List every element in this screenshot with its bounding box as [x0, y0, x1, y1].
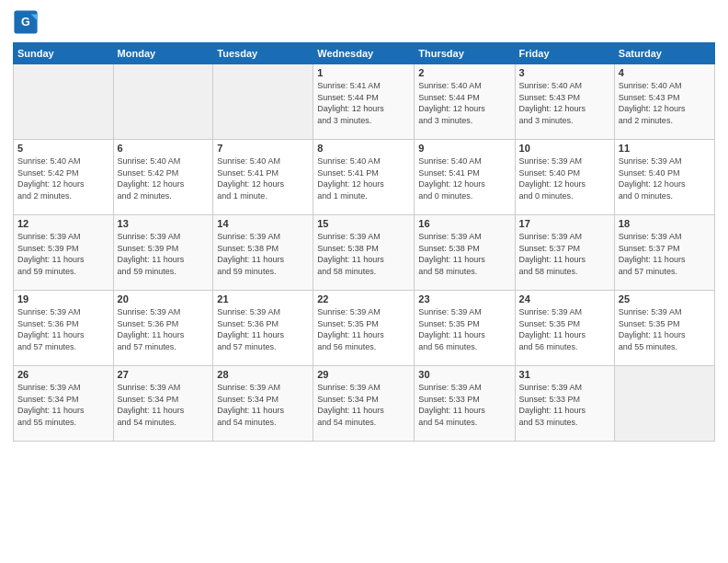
day-info: Sunrise: 5:39 AM Sunset: 5:33 PM Dayligh… — [418, 382, 510, 428]
calendar-cell: 18Sunrise: 5:39 AM Sunset: 5:37 PM Dayli… — [614, 215, 714, 291]
day-number: 27 — [118, 369, 210, 380]
day-number: 30 — [418, 369, 510, 380]
day-info: Sunrise: 5:40 AM Sunset: 5:41 PM Dayligh… — [418, 155, 510, 201]
calendar-cell — [213, 64, 313, 140]
day-info: Sunrise: 5:39 AM Sunset: 5:35 PM Dayligh… — [619, 306, 711, 352]
day-info: Sunrise: 5:39 AM Sunset: 5:35 PM Dayligh… — [317, 306, 410, 352]
calendar-cell: 11Sunrise: 5:39 AM Sunset: 5:40 PM Dayli… — [614, 140, 714, 215]
day-info: Sunrise: 5:39 AM Sunset: 5:34 PM Dayligh… — [118, 382, 210, 428]
calendar-cell: 27Sunrise: 5:39 AM Sunset: 5:34 PM Dayli… — [113, 366, 213, 442]
day-number: 3 — [519, 67, 610, 78]
calendar-week-4: 19Sunrise: 5:39 AM Sunset: 5:36 PM Dayli… — [14, 291, 715, 366]
calendar-cell: 10Sunrise: 5:39 AM Sunset: 5:40 PM Dayli… — [515, 140, 614, 215]
calendar-cell: 24Sunrise: 5:39 AM Sunset: 5:35 PM Dayli… — [515, 291, 614, 366]
calendar-cell: 19Sunrise: 5:39 AM Sunset: 5:36 PM Dayli… — [14, 291, 114, 366]
page-container: G SundayMondayTuesdayWednesdayThursdayFr… — [0, 0, 728, 449]
calendar-cell: 13Sunrise: 5:39 AM Sunset: 5:39 PM Dayli… — [113, 215, 213, 291]
calendar-cell: 5Sunrise: 5:40 AM Sunset: 5:42 PM Daylig… — [14, 140, 114, 215]
day-number: 10 — [519, 143, 610, 154]
calendar-cell: 16Sunrise: 5:39 AM Sunset: 5:38 PM Dayli… — [415, 215, 515, 291]
day-info: Sunrise: 5:39 AM Sunset: 5:40 PM Dayligh… — [619, 155, 711, 201]
day-number: 29 — [317, 369, 410, 380]
day-info: Sunrise: 5:39 AM Sunset: 5:36 PM Dayligh… — [217, 306, 309, 352]
calendar-cell: 23Sunrise: 5:39 AM Sunset: 5:35 PM Dayli… — [415, 291, 515, 366]
calendar-cell: 15Sunrise: 5:39 AM Sunset: 5:38 PM Dayli… — [313, 215, 415, 291]
day-info: Sunrise: 5:39 AM Sunset: 5:38 PM Dayligh… — [217, 231, 309, 277]
weekday-header-wednesday: Wednesday — [313, 43, 415, 64]
day-info: Sunrise: 5:39 AM Sunset: 5:40 PM Dayligh… — [519, 155, 610, 201]
calendar-cell: 8Sunrise: 5:40 AM Sunset: 5:41 PM Daylig… — [313, 140, 415, 215]
day-number: 26 — [17, 369, 109, 380]
day-info: Sunrise: 5:39 AM Sunset: 5:37 PM Dayligh… — [619, 231, 711, 277]
day-number: 31 — [519, 369, 610, 380]
day-number: 18 — [619, 218, 711, 229]
calendar-cell: 21Sunrise: 5:39 AM Sunset: 5:36 PM Dayli… — [213, 291, 313, 366]
day-info: Sunrise: 5:39 AM Sunset: 5:36 PM Dayligh… — [118, 306, 210, 352]
day-info: Sunrise: 5:40 AM Sunset: 5:44 PM Dayligh… — [418, 80, 510, 126]
day-info: Sunrise: 5:39 AM Sunset: 5:34 PM Dayligh… — [17, 382, 109, 428]
day-info: Sunrise: 5:39 AM Sunset: 5:37 PM Dayligh… — [519, 231, 610, 277]
day-info: Sunrise: 5:39 AM Sunset: 5:35 PM Dayligh… — [418, 306, 510, 352]
day-info: Sunrise: 5:39 AM Sunset: 5:38 PM Dayligh… — [418, 231, 510, 277]
calendar-cell: 7Sunrise: 5:40 AM Sunset: 5:41 PM Daylig… — [213, 140, 313, 215]
weekday-header-monday: Monday — [113, 43, 213, 64]
calendar-cell: 22Sunrise: 5:39 AM Sunset: 5:35 PM Dayli… — [313, 291, 415, 366]
calendar-cell: 14Sunrise: 5:39 AM Sunset: 5:38 PM Dayli… — [213, 215, 313, 291]
weekday-header-tuesday: Tuesday — [213, 43, 313, 64]
day-number: 2 — [418, 67, 510, 78]
day-number: 24 — [519, 293, 610, 304]
day-number: 14 — [217, 218, 309, 229]
day-number: 11 — [619, 143, 711, 154]
day-info: Sunrise: 5:39 AM Sunset: 5:39 PM Dayligh… — [118, 231, 210, 277]
calendar-cell: 25Sunrise: 5:39 AM Sunset: 5:35 PM Dayli… — [614, 291, 714, 366]
weekday-header-friday: Friday — [515, 43, 614, 64]
day-info: Sunrise: 5:39 AM Sunset: 5:34 PM Dayligh… — [217, 382, 309, 428]
weekday-header-saturday: Saturday — [614, 43, 714, 64]
day-number: 21 — [217, 293, 309, 304]
day-info: Sunrise: 5:40 AM Sunset: 5:42 PM Dayligh… — [17, 155, 109, 201]
day-number: 13 — [118, 218, 210, 229]
calendar-week-3: 12Sunrise: 5:39 AM Sunset: 5:39 PM Dayli… — [14, 215, 715, 291]
day-info: Sunrise: 5:39 AM Sunset: 5:34 PM Dayligh… — [317, 382, 410, 428]
day-number: 8 — [317, 143, 410, 154]
day-info: Sunrise: 5:40 AM Sunset: 5:41 PM Dayligh… — [217, 155, 309, 201]
day-info: Sunrise: 5:39 AM Sunset: 5:36 PM Dayligh… — [17, 306, 109, 352]
day-number: 12 — [17, 218, 109, 229]
calendar-cell: 30Sunrise: 5:39 AM Sunset: 5:33 PM Dayli… — [415, 366, 515, 442]
day-number: 28 — [217, 369, 309, 380]
logo: G — [13, 9, 42, 35]
day-info: Sunrise: 5:39 AM Sunset: 5:35 PM Dayligh… — [519, 306, 610, 352]
calendar-cell: 2Sunrise: 5:40 AM Sunset: 5:44 PM Daylig… — [415, 64, 515, 140]
calendar-cell: 3Sunrise: 5:40 AM Sunset: 5:43 PM Daylig… — [515, 64, 614, 140]
calendar-cell — [14, 64, 114, 140]
day-info: Sunrise: 5:40 AM Sunset: 5:41 PM Dayligh… — [317, 155, 410, 201]
day-info: Sunrise: 5:40 AM Sunset: 5:42 PM Dayligh… — [118, 155, 210, 201]
calendar-week-1: 1Sunrise: 5:41 AM Sunset: 5:44 PM Daylig… — [14, 64, 715, 140]
day-info: Sunrise: 5:39 AM Sunset: 5:33 PM Dayligh… — [519, 382, 610, 428]
day-number: 22 — [317, 293, 410, 304]
day-number: 17 — [519, 218, 610, 229]
calendar-cell — [614, 366, 714, 442]
calendar-cell: 29Sunrise: 5:39 AM Sunset: 5:34 PM Dayli… — [313, 366, 415, 442]
day-info: Sunrise: 5:39 AM Sunset: 5:38 PM Dayligh… — [317, 231, 410, 277]
day-info: Sunrise: 5:40 AM Sunset: 5:43 PM Dayligh… — [619, 80, 711, 126]
calendar-cell: 12Sunrise: 5:39 AM Sunset: 5:39 PM Dayli… — [14, 215, 114, 291]
day-info: Sunrise: 5:40 AM Sunset: 5:43 PM Dayligh… — [519, 80, 610, 126]
calendar-cell — [113, 64, 213, 140]
logo-icon: G — [13, 9, 39, 35]
day-info: Sunrise: 5:39 AM Sunset: 5:39 PM Dayligh… — [17, 231, 109, 277]
calendar-cell: 31Sunrise: 5:39 AM Sunset: 5:33 PM Dayli… — [515, 366, 614, 442]
weekday-header-sunday: Sunday — [14, 43, 114, 64]
day-number: 9 — [418, 143, 510, 154]
day-number: 19 — [17, 293, 109, 304]
calendar-cell: 17Sunrise: 5:39 AM Sunset: 5:37 PM Dayli… — [515, 215, 614, 291]
day-number: 7 — [217, 143, 309, 154]
calendar-cell: 1Sunrise: 5:41 AM Sunset: 5:44 PM Daylig… — [313, 64, 415, 140]
header: G — [13, 9, 715, 35]
calendar-cell: 28Sunrise: 5:39 AM Sunset: 5:34 PM Dayli… — [213, 366, 313, 442]
day-number: 25 — [619, 293, 711, 304]
day-number: 20 — [118, 293, 210, 304]
day-number: 6 — [118, 143, 210, 154]
calendar-cell: 4Sunrise: 5:40 AM Sunset: 5:43 PM Daylig… — [614, 64, 714, 140]
weekday-header-thursday: Thursday — [415, 43, 515, 64]
